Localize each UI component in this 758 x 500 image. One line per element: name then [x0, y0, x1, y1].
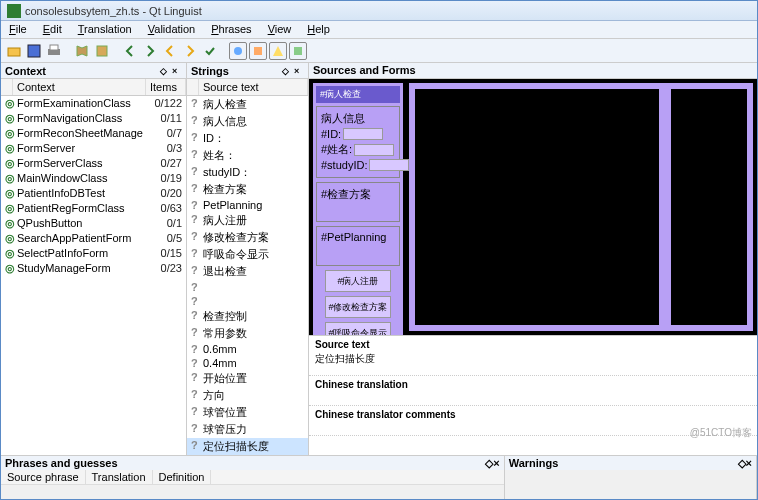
string-row[interactable]: ?姓名： — [187, 147, 308, 164]
context-row[interactable]: ◎PatientRegFormClass0/63 — [1, 201, 186, 216]
validate-3-icon[interactable] — [269, 42, 287, 60]
btn-breath-cmd[interactable]: #呼吸命令显示 — [325, 322, 391, 335]
strings-col-source[interactable]: Source text — [199, 79, 308, 95]
string-row[interactable]: ?球管压力 — [187, 421, 308, 438]
menu-validation[interactable]: Validation — [144, 22, 200, 37]
undock-icon[interactable]: ◇ — [738, 457, 746, 469]
btn-modify-plan[interactable]: #修改检查方案 — [325, 296, 391, 318]
string-row[interactable]: ?病人信息 — [187, 113, 308, 130]
next-yellow-icon[interactable] — [181, 42, 199, 60]
string-row[interactable]: ?开始位置 — [187, 370, 308, 387]
undock-icon[interactable]: ◇ — [160, 66, 170, 76]
strings-list[interactable]: ?病人检查?病人信息?ID：?姓名：?studyID：?检查方案?PetPlan… — [187, 96, 308, 455]
undock-icon[interactable]: ◇ — [282, 66, 292, 76]
context-count: 0/7 — [144, 127, 182, 140]
string-row[interactable]: ?检查方案 — [187, 181, 308, 198]
translator-comments-label: Chinese translator comments — [315, 409, 751, 420]
string-row[interactable]: ?PetPlanning — [187, 198, 308, 212]
string-row[interactable]: ? — [187, 294, 308, 308]
status-icon: ◎ — [5, 262, 17, 275]
menu-translation[interactable]: Translation — [74, 22, 136, 37]
string-row[interactable]: ?0.6mm — [187, 342, 308, 356]
string-row[interactable]: ?退出检查 — [187, 263, 308, 280]
string-row[interactable]: ?ID： — [187, 130, 308, 147]
close-icon[interactable]: × — [746, 457, 752, 469]
string-row[interactable]: ? — [187, 280, 308, 294]
menu-edit[interactable]: Edit — [39, 22, 66, 37]
context-row[interactable]: ◎FormReconSheetManage0/7 — [1, 126, 186, 141]
string-row[interactable]: ?球管位置 — [187, 404, 308, 421]
status-icon: ? — [191, 357, 203, 369]
status-icon: ? — [191, 326, 203, 341]
string-row[interactable]: ?常用参数 — [187, 325, 308, 342]
context-row[interactable]: ◎PatientInfoDBTest0/20 — [1, 186, 186, 201]
context-row[interactable]: ◎FormExaminationClass0/122 — [1, 96, 186, 111]
menu-phrases[interactable]: Phrases — [207, 22, 255, 37]
string-row[interactable]: ?定位扫描长度 — [187, 438, 308, 455]
status-icon: ? — [191, 165, 203, 180]
context-row[interactable]: ◎FormNavigationClass0/11 — [1, 111, 186, 126]
prev-yellow-icon[interactable] — [161, 42, 179, 60]
context-row[interactable]: ◎MainWindowClass0/19 — [1, 171, 186, 186]
context-row[interactable]: ◎SearchAppPatientForm0/5 — [1, 231, 186, 246]
status-icon: ◎ — [5, 142, 17, 155]
menu-view[interactable]: View — [264, 22, 296, 37]
status-icon: ? — [191, 295, 203, 307]
context-count: 0/5 — [144, 232, 182, 245]
context-col-name[interactable]: Context — [13, 79, 146, 95]
status-icon: ? — [191, 114, 203, 129]
string-row[interactable]: ?修改检查方案 — [187, 229, 308, 246]
input-name[interactable] — [354, 144, 394, 156]
save-icon[interactable] — [25, 42, 43, 60]
string-row[interactable]: ?呼吸命令显示 — [187, 246, 308, 263]
print-icon[interactable] — [45, 42, 63, 60]
open-icon[interactable] — [5, 42, 23, 60]
context-row[interactable]: ◎StudyManageForm0/23 — [1, 261, 186, 276]
validate-2-icon[interactable] — [249, 42, 267, 60]
validate-4-icon[interactable] — [289, 42, 307, 60]
col-translation[interactable]: Translation — [86, 470, 153, 484]
status-icon: ? — [191, 388, 203, 403]
status-icon: ? — [191, 422, 203, 437]
btn-patient-reg[interactable]: #病人注册 — [325, 270, 391, 292]
col-definition[interactable]: Definition — [153, 470, 212, 484]
translator-comments-value[interactable] — [315, 420, 751, 432]
string-row[interactable]: ?病人注册 — [187, 212, 308, 229]
book2-icon[interactable] — [93, 42, 111, 60]
next-green-icon[interactable] — [141, 42, 159, 60]
input-studyid[interactable] — [369, 159, 409, 171]
close-icon[interactable]: × — [172, 66, 182, 76]
string-row[interactable]: ?方向 — [187, 387, 308, 404]
string-text: 退出检查 — [203, 264, 304, 279]
string-text: 呼吸命令显示 — [203, 247, 304, 262]
context-name: FormServer — [17, 142, 144, 155]
string-row[interactable]: ?0.4mm — [187, 356, 308, 370]
menu-file[interactable]: File — [5, 22, 31, 37]
context-row[interactable]: ◎SelectPatInfoForm0/15 — [1, 246, 186, 261]
status-icon: ◎ — [5, 232, 17, 245]
book-icon[interactable] — [73, 42, 91, 60]
close-icon[interactable]: × — [294, 66, 304, 76]
prev-green-icon[interactable] — [121, 42, 139, 60]
input-id[interactable] — [343, 128, 383, 140]
menubar: FileEditTranslationValidationPhrasesView… — [1, 21, 757, 39]
form-preview-area: #病人检查 病人信息 #ID: #姓名: #studyID: #检查方案 #Pe… — [309, 79, 757, 335]
string-row[interactable]: ?病人检查 — [187, 96, 308, 113]
string-row[interactable]: ?studyID： — [187, 164, 308, 181]
context-row[interactable]: ◎FormServerClass0/27 — [1, 156, 186, 171]
menu-help[interactable]: Help — [303, 22, 334, 37]
chinese-translation-value[interactable] — [315, 390, 751, 402]
col-source-phrase[interactable]: Source phrase — [1, 470, 86, 484]
context-row[interactable]: ◎QPushButton0/1 — [1, 216, 186, 231]
validate-1-icon[interactable] — [229, 42, 247, 60]
status-icon: ? — [191, 247, 203, 262]
context-col-items[interactable]: Items — [146, 79, 186, 95]
close-icon[interactable]: × — [493, 457, 499, 469]
context-name: MainWindowClass — [17, 172, 144, 185]
done-next-icon[interactable] — [201, 42, 219, 60]
sources-forms-title: Sources and Forms — [309, 63, 757, 79]
string-row[interactable]: ?检查控制 — [187, 308, 308, 325]
context-row[interactable]: ◎FormServer0/3 — [1, 141, 186, 156]
context-list[interactable]: ◎FormExaminationClass0/122◎FormNavigatio… — [1, 96, 186, 455]
group-petplanning: #PetPlanning — [321, 231, 386, 243]
